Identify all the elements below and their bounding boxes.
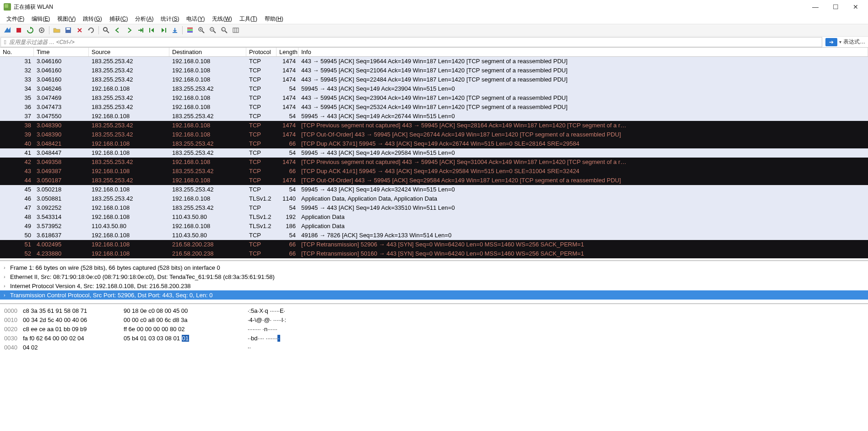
packet-row[interactable]: 323.046160183.255.253.42192.168.0.108TCP… xyxy=(0,66,868,75)
column-time[interactable]: Time xyxy=(34,48,89,56)
hex-row[interactable]: 0000c8 3a 35 61 91 58 08 7190 18 0e c0 0… xyxy=(0,306,868,315)
hex-row[interactable]: 004004 02 ·· xyxy=(0,343,868,352)
colorize-button[interactable] xyxy=(184,25,195,35)
svg-rect-4 xyxy=(66,28,70,30)
svg-rect-8 xyxy=(165,28,166,33)
display-filter-wrap: ▯ xyxy=(0,37,822,47)
packet-row[interactable]: 453.050218192.168.0.108183.255.253.42TCP… xyxy=(0,185,868,194)
packet-bytes-pane[interactable]: 0000c8 3a 35 61 91 58 08 7190 18 0e c0 0… xyxy=(0,303,868,354)
packet-row[interactable]: 313.046160183.255.253.42192.168.0.108TCP… xyxy=(0,57,868,66)
packet-row[interactable]: 383.048390183.255.253.42192.168.0.108TCP… xyxy=(0,121,868,130)
expand-icon[interactable]: › xyxy=(4,292,10,298)
packet-row[interactable]: 373.047550192.168.0.108183.255.253.42TCP… xyxy=(0,112,868,121)
svg-rect-9 xyxy=(173,32,177,33)
packet-row[interactable]: 463.050881183.255.253.42192.168.0.108TLS… xyxy=(0,194,868,203)
minimize-button[interactable]: — xyxy=(809,3,821,11)
menu-y[interactable]: 电话(Y) xyxy=(183,14,208,24)
restart-capture-button[interactable] xyxy=(25,25,36,35)
svg-rect-12 xyxy=(187,31,193,33)
reload-button[interactable] xyxy=(86,25,97,35)
filter-dropdown-icon[interactable]: ▾ xyxy=(839,39,841,44)
column-info[interactable]: Info xyxy=(298,48,868,56)
start-capture-button[interactable] xyxy=(2,25,13,35)
column-protocol[interactable]: Protocol xyxy=(246,48,277,56)
column-no[interactable]: No. xyxy=(0,48,34,56)
go-back-button[interactable] xyxy=(112,25,123,35)
expand-icon[interactable]: › xyxy=(4,274,10,279)
packet-row[interactable]: 393.048390183.255.253.42192.168.0.108TCP… xyxy=(0,130,868,139)
svg-point-2 xyxy=(41,29,43,31)
hex-row[interactable]: 0020c8 ee ce aa 01 bb 09 b9ff 6e 00 00 0… xyxy=(0,324,868,333)
auto-scroll-button[interactable] xyxy=(169,25,180,35)
close-button[interactable]: ✕ xyxy=(850,3,862,11)
column-source[interactable]: Source xyxy=(89,48,169,56)
packet-row[interactable]: 443.050187183.255.253.42192.168.0.108TCP… xyxy=(0,176,868,185)
menu-h[interactable]: 帮助(H) xyxy=(261,14,287,24)
find-packet-button[interactable] xyxy=(101,25,112,35)
apply-filter-button[interactable]: ➔ xyxy=(825,38,837,46)
menu-t[interactable]: 工具(T) xyxy=(236,14,261,24)
expand-icon[interactable]: › xyxy=(4,283,10,289)
hex-row[interactable]: 001000 34 2d 5c 40 00 40 0600 00 c0 a8 0… xyxy=(0,315,868,324)
packet-list[interactable]: 313.046160183.255.253.42192.168.0.108TCP… xyxy=(0,57,868,258)
filter-bookmark-icon[interactable]: ▯ xyxy=(1,39,9,45)
expand-icon[interactable]: › xyxy=(4,265,10,270)
close-file-button[interactable] xyxy=(74,25,85,35)
hex-row[interactable]: 0030fa f0 62 64 00 00 02 0405 b4 01 03 0… xyxy=(0,333,868,343)
stop-capture-button[interactable] xyxy=(13,25,24,35)
zoom-in-button[interactable] xyxy=(196,25,207,35)
packet-row[interactable]: 473.092252192.168.0.108183.255.253.42TCP… xyxy=(0,203,868,213)
svg-point-5 xyxy=(103,27,107,31)
column-destination[interactable]: Destination xyxy=(169,48,246,56)
menu-bar: 文件(F)编辑(E)视图(V)跳转(G)捕获(C)分析(A)统计(S)电话(Y)… xyxy=(0,14,868,24)
detail-line[interactable]: ›Ethernet II, Src: 08:71:90:18:0e:c0 (08… xyxy=(0,272,868,281)
packet-row[interactable]: 493.573952110.43.50.80192.168.0.108TLSv1… xyxy=(0,222,868,231)
display-filter-input[interactable] xyxy=(9,39,822,45)
expression-button[interactable]: 表达式… xyxy=(843,38,865,46)
detail-line[interactable]: ›Transmission Control Protocol, Src Port… xyxy=(0,290,868,300)
packet-row[interactable]: 343.046246192.168.0.108183.255.253.42TCP… xyxy=(0,84,868,93)
detail-line[interactable]: ›Internet Protocol Version 4, Src: 192.1… xyxy=(0,281,868,290)
menu-v[interactable]: 视图(V) xyxy=(54,14,79,24)
go-last-button[interactable] xyxy=(158,25,169,35)
zoom-reset-button[interactable]: 1 xyxy=(219,25,230,35)
packet-row[interactable]: 524.233880192.168.0.108216.58.200.238TCP… xyxy=(0,249,868,258)
packet-row[interactable]: 514.002495192.168.0.108216.58.200.238TCP… xyxy=(0,240,868,249)
zoom-out-button[interactable] xyxy=(207,25,218,35)
maximize-button[interactable]: ☐ xyxy=(830,3,841,11)
menu-g[interactable]: 跳转(G) xyxy=(79,14,105,24)
filter-toolbar: ▯ ➔ ▾ 表达式… xyxy=(0,37,868,48)
svg-rect-10 xyxy=(187,27,193,29)
detail-line[interactable]: ›Frame 1: 66 bytes on wire (528 bits), 6… xyxy=(0,263,868,272)
menu-w[interactable]: 无线(W) xyxy=(208,14,235,24)
menu-a[interactable]: 分析(A) xyxy=(131,14,157,24)
column-length[interactable]: Length xyxy=(277,48,298,56)
svg-rect-11 xyxy=(187,29,193,31)
packet-row[interactable]: 403.048421192.168.0.108183.255.253.42TCP… xyxy=(0,139,868,148)
open-file-button[interactable] xyxy=(51,25,62,35)
packet-row[interactable]: 423.049358183.255.253.42192.168.0.108TCP… xyxy=(0,158,868,167)
go-forward-button[interactable] xyxy=(124,25,135,35)
svg-rect-7 xyxy=(149,28,150,33)
packet-row[interactable]: 333.046160183.255.253.42192.168.0.108TCP… xyxy=(0,75,868,84)
packet-row[interactable]: 483.543314192.168.0.108110.43.50.80TLSv1… xyxy=(0,213,868,222)
wireshark-icon xyxy=(4,3,11,11)
resize-columns-button[interactable] xyxy=(230,25,241,35)
packet-details-pane[interactable]: ›Frame 1: 66 bytes on wire (528 bits), 6… xyxy=(0,260,868,301)
capture-options-button[interactable] xyxy=(36,25,47,35)
packet-row[interactable]: 353.047469183.255.253.42192.168.0.108TCP… xyxy=(0,93,868,103)
save-file-button[interactable] xyxy=(63,25,74,35)
go-to-packet-button[interactable] xyxy=(135,25,146,35)
menu-c[interactable]: 捕获(C) xyxy=(106,14,132,24)
packet-row[interactable]: 503.618637192.168.0.108110.43.50.80TCP54… xyxy=(0,231,868,240)
packet-row[interactable]: 433.049387192.168.0.108183.255.253.42TCP… xyxy=(0,167,868,176)
packet-row[interactable]: 413.048447192.168.0.108183.255.253.42TCP… xyxy=(0,148,868,158)
svg-rect-6 xyxy=(142,28,143,33)
packet-row[interactable]: 363.047473183.255.253.42192.168.0.108TCP… xyxy=(0,103,868,112)
go-first-button[interactable] xyxy=(146,25,157,35)
window-title: 正在捕获 WLAN xyxy=(14,3,809,11)
svg-rect-17 xyxy=(233,28,239,33)
menu-f[interactable]: 文件(F) xyxy=(3,14,28,24)
menu-s[interactable]: 统计(S) xyxy=(157,14,183,24)
menu-e[interactable]: 编辑(E) xyxy=(28,14,54,24)
